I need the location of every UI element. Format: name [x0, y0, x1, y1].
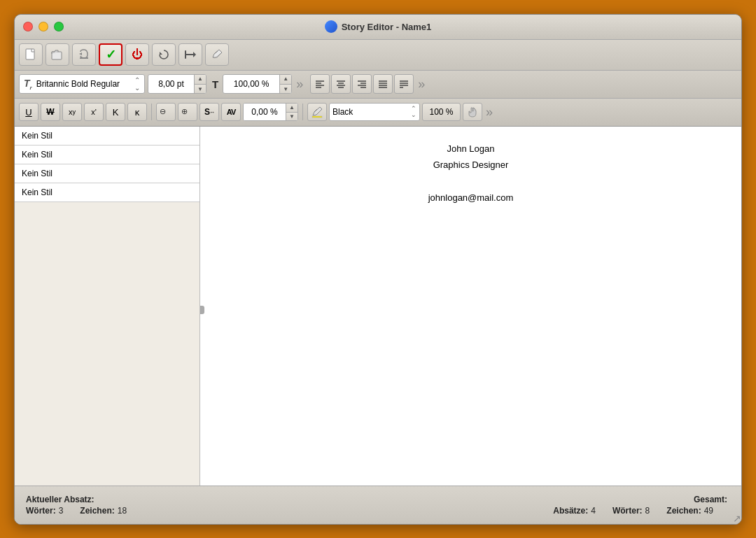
svg-rect-3 [80, 57, 88, 59]
color-dropdown-arrow[interactable]: ⌃⌄ [411, 106, 416, 118]
paragraphs-value: 4 [591, 506, 596, 516]
power-button[interactable]: ⏻ [125, 43, 149, 66]
scale-down[interactable]: ▼ [280, 85, 291, 94]
style-item[interactable]: Kein Stil [15, 164, 200, 183]
svg-rect-7 [185, 50, 186, 59]
kerning-input[interactable] [244, 103, 286, 121]
window-title: Story Editor - Name1 [325, 20, 432, 33]
editor-line-4: johnlogan@mail.com [221, 190, 720, 206]
title-label: Story Editor - Name1 [342, 22, 432, 32]
status-bar: Aktueller Absatz: Gesamt: Wörter: 3 Zeic… [15, 486, 741, 524]
editor-line-1: John Logan [221, 141, 720, 157]
font-dropdown-arrow[interactable]: ⌃⌄ [134, 76, 140, 92]
refresh-button[interactable] [152, 43, 176, 66]
style-item[interactable]: Kein Stil [15, 146, 200, 164]
all-caps-button[interactable]: κ [127, 103, 147, 121]
svg-text:⊖: ⊖ [160, 107, 166, 115]
separator2 [302, 104, 303, 120]
editor-area[interactable]: John Logan Graphics Designer johnlogan@m… [200, 127, 741, 486]
paragraphs-label: Absätze: [553, 506, 588, 516]
minimize-button[interactable] [38, 22, 48, 31]
separator1 [151, 104, 152, 120]
resize-handle[interactable]: ↗ [733, 513, 741, 524]
maximize-button[interactable] [54, 22, 64, 31]
scale-input[interactable] [223, 79, 279, 89]
toolbar-main: ✓ ⏻ [15, 40, 741, 71]
svg-marker-4 [160, 52, 162, 55]
scroll-marker [200, 306, 204, 314]
words-label: Wörter: [26, 506, 56, 516]
kerning-spinbox[interactable]: ▲ ▼ [243, 103, 298, 121]
color-selector[interactable]: Black ⌃⌄ [329, 103, 420, 121]
font-selector[interactable]: Tr Britannic Bold Regular ⌃⌄ [19, 74, 145, 94]
total-words-label: Wörter: [612, 506, 643, 516]
current-paragraph-label: Aktueller Absatz: [26, 495, 94, 504]
font-size-spinbox[interactable]: ▲ ▼ [148, 74, 206, 94]
scale-arrows: ▲ ▼ [279, 74, 291, 94]
style-label: Kein Stil [22, 187, 52, 197]
style-item[interactable]: Kein Stil [15, 127, 200, 146]
main-content: Kein Stil Kein Stil Kein Stil Kein Stil … [15, 127, 741, 486]
check-button[interactable]: ✓ [99, 43, 122, 66]
opacity-value: 100 % [429, 107, 453, 117]
scale-up[interactable]: ▲ [280, 74, 291, 85]
app-icon [325, 20, 337, 33]
status-row-1: Aktueller Absatz: Gesamt: [26, 495, 730, 504]
align-force-justify-button[interactable] [394, 74, 414, 94]
svg-rect-0 [26, 49, 34, 59]
style-label: Kein Stil [22, 150, 52, 160]
kerning-arrows: ▲ ▼ [286, 103, 298, 121]
editor-content: John Logan Graphics Designer johnlogan@m… [221, 141, 720, 206]
svg-marker-2 [79, 52, 82, 55]
toolbar2-align-more[interactable]: » [418, 77, 425, 92]
scale-spinbox[interactable]: ▲ ▼ [223, 74, 292, 94]
chars-value: 18 [118, 506, 127, 516]
font-size-down[interactable]: ▼ [195, 85, 206, 94]
font-size-up[interactable]: ▲ [195, 74, 206, 85]
toolbar-format: U W xy x' K κ ⊖ ⊕ S↔ AV ▲ ▼ [15, 99, 741, 127]
arrow-button[interactable] [178, 43, 202, 66]
kerning-up[interactable]: ▲ [286, 103, 298, 113]
toolbar2-more[interactable]: » [296, 77, 303, 92]
close-button[interactable] [23, 22, 33, 31]
font-icon: Tr [24, 78, 32, 91]
main-window: Story Editor - Name1 ✓ [14, 14, 742, 525]
reload-button[interactable] [72, 43, 96, 66]
color-picker-icon[interactable] [307, 103, 327, 121]
tracking-minus-button[interactable]: ⊖ [156, 103, 176, 121]
status-row-2: Wörter: 3 Zeichen: 18 Absätze: 4 Wörter:… [26, 506, 730, 516]
color-value: Black [332, 107, 408, 117]
svg-rect-31 [312, 116, 322, 118]
small-caps-button[interactable]: K [106, 103, 125, 121]
style-label: Kein Stil [22, 169, 52, 178]
superscript-button[interactable]: x' [84, 103, 104, 121]
open-button[interactable] [46, 43, 69, 66]
hand-tool-button[interactable] [463, 103, 482, 121]
new-button[interactable] [19, 43, 43, 66]
title-bar: Story Editor - Name1 [15, 15, 741, 40]
squish-button[interactable]: S↔ [200, 103, 219, 121]
style-label: Kein Stil [22, 131, 52, 141]
align-right-button[interactable] [352, 74, 372, 94]
svg-rect-5 [186, 54, 193, 55]
kerning-down[interactable]: ▼ [286, 113, 298, 122]
scale-icon: T [212, 78, 218, 90]
total-chars-value: 49 [704, 506, 713, 516]
toolbar3-more[interactable]: » [486, 105, 493, 120]
svg-marker-6 [193, 52, 196, 57]
edit-button[interactable] [205, 43, 229, 66]
tracking-plus-button[interactable]: ⊕ [178, 103, 197, 121]
align-justify-button[interactable] [373, 74, 393, 94]
subscript-button[interactable]: xy [62, 103, 82, 121]
editor-line-3 [221, 173, 720, 189]
total-chars-label: Zeichen: [666, 506, 701, 516]
words-value: 3 [59, 506, 64, 516]
kerning-button[interactable]: AV [221, 103, 241, 121]
align-left-button[interactable] [310, 74, 330, 94]
style-item[interactable]: Kein Stil [15, 183, 200, 202]
align-center-button[interactable] [331, 74, 351, 94]
toolbar-font: Tr Britannic Bold Regular ⌃⌄ ▲ ▼ T ▲ ▼ » [15, 71, 741, 99]
font-size-input[interactable] [148, 79, 194, 89]
strikethrough-button[interactable]: W [41, 103, 60, 121]
underline-button[interactable]: U [19, 103, 38, 121]
